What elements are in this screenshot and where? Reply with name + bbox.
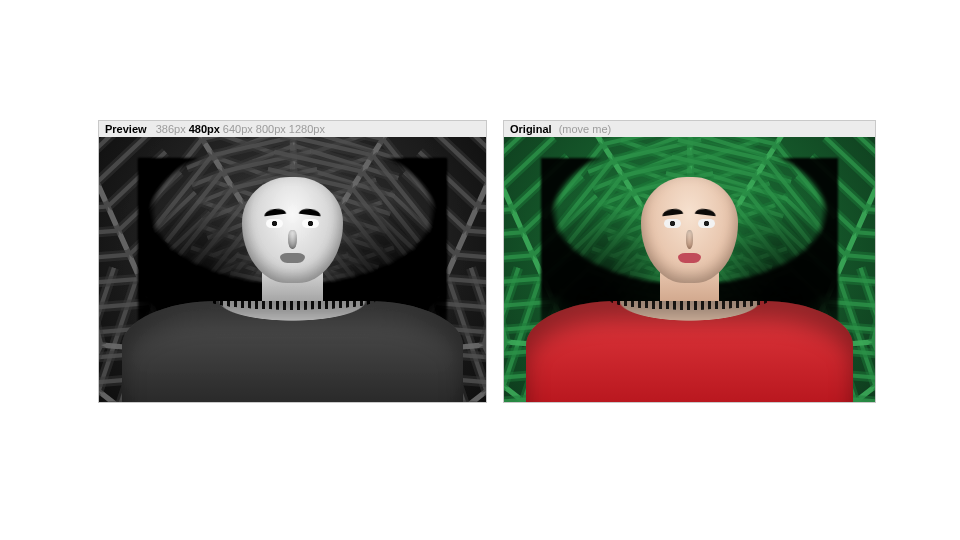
- eyebrow-right: [695, 207, 717, 216]
- preview-size-option[interactable]: 800px: [256, 123, 286, 135]
- face: [641, 177, 737, 283]
- preview-size-option[interactable]: 640px: [223, 123, 253, 135]
- eyebrow-right: [298, 207, 321, 216]
- eye-left: [266, 219, 283, 227]
- preview-pane: Preview 386px480px640px800px1280px: [98, 120, 487, 403]
- mouth: [678, 253, 701, 263]
- lace-trim: [526, 301, 853, 322]
- eye-right: [302, 219, 319, 227]
- original-pane[interactable]: Original (move me): [503, 120, 876, 403]
- face: [242, 177, 343, 283]
- preview-size-options: 386px480px640px800px1280px: [153, 123, 325, 135]
- preview-label: Preview: [105, 123, 147, 135]
- eye-right: [698, 219, 714, 227]
- preview-image[interactable]: [99, 137, 486, 402]
- preview-size-option[interactable]: 386px: [156, 123, 186, 135]
- lace-trim: [122, 301, 463, 322]
- mouth: [280, 253, 304, 263]
- preview-size-option[interactable]: 1280px: [289, 123, 325, 135]
- eyebrow-left: [264, 207, 287, 216]
- original-image[interactable]: [504, 137, 875, 402]
- eyebrow-left: [662, 207, 684, 216]
- preview-header: Preview 386px480px640px800px1280px: [99, 121, 486, 137]
- nose: [686, 230, 694, 249]
- original-hint: (move me): [559, 123, 612, 135]
- preview-size-option[interactable]: 480px: [189, 123, 220, 135]
- portrait: [99, 137, 486, 402]
- original-label: Original: [510, 123, 552, 135]
- eye-left: [664, 219, 680, 227]
- nose: [288, 230, 296, 249]
- original-header[interactable]: Original (move me): [504, 121, 875, 137]
- portrait: [504, 137, 875, 402]
